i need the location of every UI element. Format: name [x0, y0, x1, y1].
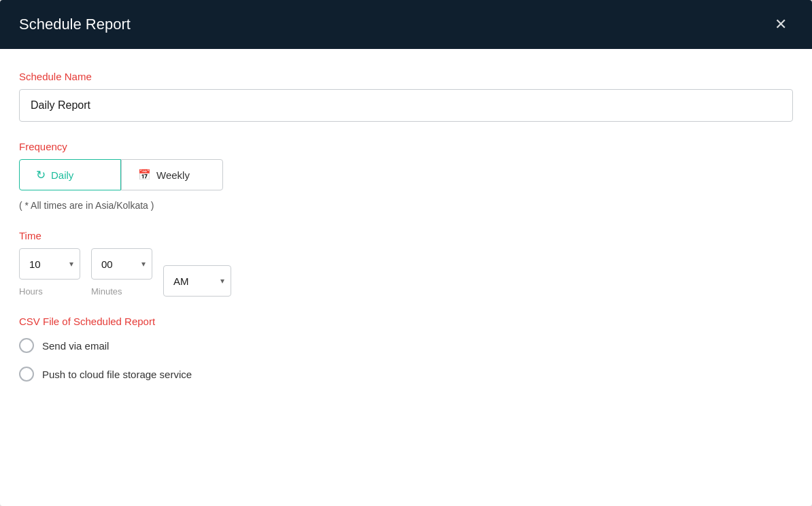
frequency-section: Frequency ↻ Daily 📅 Weekly ( * All times…: [19, 141, 793, 211]
modal-header: Schedule Report ✕: [0, 0, 812, 49]
close-button[interactable]: ✕: [768, 12, 793, 37]
frequency-label: Frequency: [19, 141, 793, 152]
daily-icon: ↻: [36, 168, 46, 182]
time-label: Time: [19, 230, 793, 241]
cloud-radio-option[interactable]: Push to cloud file storage service: [19, 367, 793, 382]
frequency-daily-button[interactable]: ↻ Daily: [19, 159, 121, 190]
time-section: Time 1 2 3 4 5 6 7 8 9: [19, 230, 793, 297]
ampm-select-wrapper: AM PM ▾: [163, 265, 231, 297]
csv-section: CSV File of Scheduled Report Send via em…: [19, 316, 793, 382]
email-radio-option[interactable]: Send via email: [19, 338, 793, 353]
schedule-report-modal: Schedule Report ✕ Schedule Name Frequenc…: [0, 0, 812, 506]
minutes-select[interactable]: 00 15 30 45: [91, 248, 152, 280]
cloud-radio-label: Push to cloud file storage service: [42, 369, 192, 380]
frequency-weekly-button[interactable]: 📅 Weekly: [121, 159, 223, 190]
email-radio-button[interactable]: [19, 338, 34, 353]
weekly-icon: 📅: [138, 169, 151, 181]
minutes-group: 00 15 30 45 ▾ Minutes: [91, 248, 152, 297]
csv-section-label: CSV File of Scheduled Report: [19, 316, 793, 327]
schedule-name-label: Schedule Name: [19, 71, 793, 82]
time-row: 1 2 3 4 5 6 7 8 9 10 11 12: [19, 248, 793, 297]
weekly-label: Weekly: [156, 169, 190, 181]
schedule-name-section: Schedule Name: [19, 71, 793, 122]
email-radio-label: Send via email: [42, 340, 109, 352]
modal-body: Schedule Name Frequency ↻ Daily 📅 Weekly…: [0, 49, 812, 506]
daily-label: Daily: [51, 169, 73, 181]
frequency-buttons: ↻ Daily 📅 Weekly: [19, 159, 793, 190]
minutes-label: Minutes: [91, 286, 152, 297]
timezone-note: ( * All times are in Asia/Kolkata ): [19, 200, 793, 211]
ampm-select[interactable]: AM PM: [163, 265, 231, 297]
schedule-name-input[interactable]: [19, 89, 793, 122]
hours-select[interactable]: 1 2 3 4 5 6 7 8 9 10 11 12: [19, 248, 80, 280]
hours-select-wrapper: 1 2 3 4 5 6 7 8 9 10 11 12: [19, 248, 80, 280]
modal-title: Schedule Report: [19, 16, 131, 33]
ampm-group: AM PM ▾: [163, 265, 231, 297]
cloud-radio-button[interactable]: [19, 367, 34, 382]
minutes-select-wrapper: 00 15 30 45 ▾: [91, 248, 152, 280]
hours-label: Hours: [19, 286, 80, 297]
hours-group: 1 2 3 4 5 6 7 8 9 10 11 12: [19, 248, 80, 297]
